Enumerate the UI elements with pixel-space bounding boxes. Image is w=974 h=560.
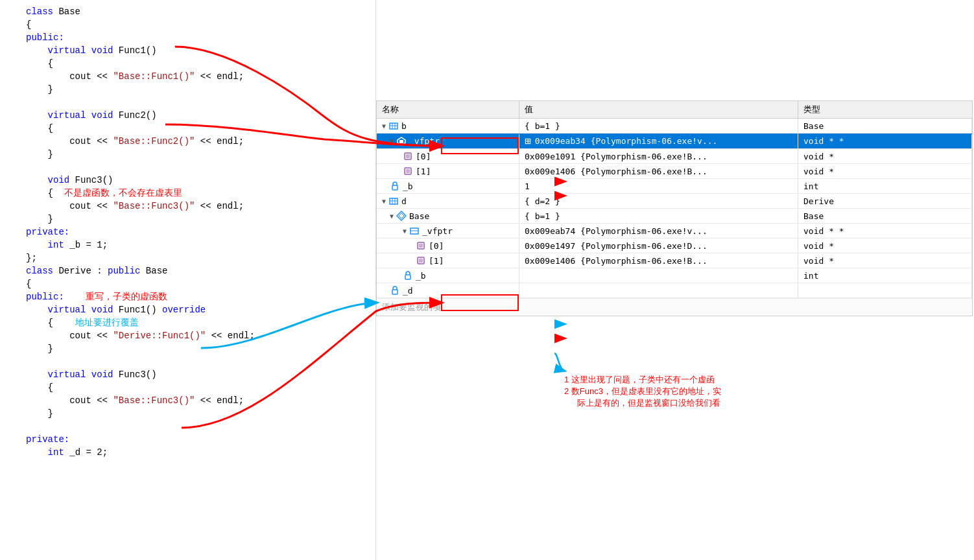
- watch-name-base2: Base: [409, 211, 429, 221]
- code-line: }: [0, 407, 375, 420]
- watch-type-d0: void *: [803, 241, 834, 251]
- watch-row-1: [1] 0x009e1406 {Polymorphism-06.exe!B...…: [377, 164, 972, 179]
- watch-row-base2: ▼ Base { b=1 } Base: [377, 209, 972, 224]
- code-line: cout << "Derive::Func1()" << endl;: [0, 329, 375, 342]
- watch-footer-text: 添加要监视的项: [382, 302, 441, 312]
- code-line: public: 重写，子类的虚函数: [0, 290, 375, 303]
- code-line: void Func3(): [0, 174, 375, 187]
- code-line: };: [0, 251, 375, 264]
- watch-type-b: Base: [803, 121, 824, 131]
- code-line: }: [0, 83, 375, 96]
- watch-row-d2: _d: [377, 283, 972, 298]
- code-line: virtual void Func1() override: [0, 303, 375, 316]
- watch-name-vfptr2: _vfptr: [422, 226, 453, 236]
- watch-val-d0: 0x009e1497 {Polymorphism-06.exe!D...: [525, 241, 707, 251]
- watch-name-d0: [0]: [429, 241, 444, 251]
- watch-row-d: ▼ d { d=2 } Derive: [377, 194, 972, 209]
- entry-icon: [403, 151, 413, 161]
- svg-rect-22: [419, 259, 423, 262]
- watch-row-vfptr: ▼ _vfptr ⊞ 0x009eab34 {Polymorphism-06.e…: [377, 134, 972, 149]
- watch-type-d1: void *: [803, 256, 834, 266]
- expand-arrow-base2[interactable]: ▼: [390, 213, 394, 220]
- vtable-icon: [396, 136, 407, 146]
- expand-arrow-d[interactable]: ▼: [382, 198, 386, 205]
- watch-row-vfptr2: ▼ _vfptr 0x009eab74 {Polymorphism-06.exe…: [377, 224, 972, 239]
- watch-name-b: b: [401, 121, 407, 131]
- svg-rect-10: [392, 185, 398, 190]
- expand-arrow[interactable]: ▼: [382, 122, 386, 130]
- watch-type-vfptr: void * *: [803, 136, 844, 146]
- watch-type-vfptr2: void * *: [803, 226, 844, 236]
- watch-val-b2: 1: [525, 181, 530, 191]
- code-line: [0, 96, 375, 109]
- code-line: cout << "Base::Func1()" << endl;: [0, 70, 375, 83]
- watch-type-d: Derive: [803, 196, 834, 206]
- code-line: {: [0, 381, 375, 394]
- watch-row-b: ▼ b { b=1 } Base: [377, 119, 972, 134]
- watch-name-d: d: [401, 196, 407, 206]
- entry-icon4: [416, 255, 426, 266]
- watch-val-vfptr2: 0x009eab74 {Polymorphism-06.exe!v...: [525, 226, 707, 236]
- code-line: [0, 420, 375, 433]
- svg-rect-7: [406, 154, 410, 158]
- code-line: int _b = 1;: [0, 239, 375, 251]
- code-line: {: [0, 18, 375, 31]
- watch-row-d0: [0] 0x009e1497 {Polymorphism-06.exe!D...…: [377, 239, 972, 253]
- lock-icon: [390, 181, 400, 191]
- svg-rect-24: [392, 290, 398, 294]
- watch-val-b: { b=1 }: [525, 121, 560, 131]
- svg-rect-5: [399, 140, 403, 143]
- watch-val-vfptr: 0x009eab34 {Polymorphism-06.exe!v...: [535, 136, 718, 146]
- code-line: {: [0, 57, 375, 70]
- code-line: { 不是虚函数，不会存在虚表里: [0, 187, 375, 200]
- watch-name-b2: _b: [403, 181, 413, 191]
- entry-icon2: [403, 166, 413, 176]
- watch-type-0: void *: [803, 152, 834, 161]
- box-icon2: [388, 196, 399, 206]
- watch-panel: 名称 值 类型 ▼ b { b=1 } Base ▼: [376, 100, 973, 316]
- code-line: class Derive : public Base: [0, 264, 375, 277]
- code-line: private:: [0, 433, 375, 446]
- code-line: virtual void Func1(): [0, 44, 375, 57]
- watch-val-1: 0x009e1406 {Polymorphism-06.exe!B...: [525, 167, 707, 176]
- watch-col-name-header: 名称: [377, 101, 519, 118]
- code-line: cout << "Base::Func3()" << endl;: [0, 200, 375, 213]
- svg-rect-20: [419, 244, 423, 248]
- watch-col-type-header: 类型: [798, 101, 972, 118]
- code-line: [0, 161, 375, 174]
- code-line: public:: [0, 31, 375, 44]
- watch-val-d: { d=2 }: [525, 196, 560, 206]
- svg-rect-9: [406, 169, 410, 173]
- code-line: private:: [0, 226, 375, 239]
- watch-footer[interactable]: 添加要监视的项: [377, 298, 972, 316]
- box-icon: [388, 121, 399, 131]
- lock-icon2: [403, 270, 413, 281]
- expand-arrow-vfptr[interactable]: ▼: [390, 137, 394, 145]
- watch-name-b3: _b: [416, 271, 426, 281]
- code-line: {: [0, 277, 375, 290]
- watch-col-value-header: 值: [519, 101, 798, 118]
- watch-val-0: 0x009e1091 {Polymorphism-06.exe!B...: [525, 152, 707, 161]
- code-line: cout << "Base::Func2()" << endl;: [0, 135, 375, 148]
- code-line: [0, 355, 375, 368]
- watch-name-1: [1]: [416, 167, 431, 176]
- code-line: }: [0, 213, 375, 226]
- svg-rect-23: [405, 275, 410, 279]
- svg-marker-16: [399, 213, 404, 218]
- code-line: {: [0, 122, 375, 135]
- watch-name-d2: _d: [403, 286, 413, 296]
- code-line: virtual void Func3(): [0, 368, 375, 381]
- watch-val-base2: { b=1 }: [525, 211, 560, 221]
- svg-marker-15: [397, 211, 406, 220]
- watch-type-base2: Base: [803, 211, 824, 221]
- code-line: int _d = 2;: [0, 446, 375, 459]
- watch-name-0: [0]: [416, 152, 431, 161]
- expand-arrow-vfptr2[interactable]: ▼: [403, 228, 407, 235]
- code-line: virtual void Func2(): [0, 109, 375, 122]
- annotation-comment1: 1 这里出现了问题，子类中还有一个虚函 2 数Func3，但是虚表里没有它的地址…: [564, 374, 721, 409]
- code-line: class Base: [0, 5, 375, 18]
- code-line: }: [0, 342, 375, 355]
- watch-row-b3: _b int: [377, 268, 972, 283]
- watch-type-b3: int: [803, 271, 818, 281]
- watch-type-1: void *: [803, 167, 834, 176]
